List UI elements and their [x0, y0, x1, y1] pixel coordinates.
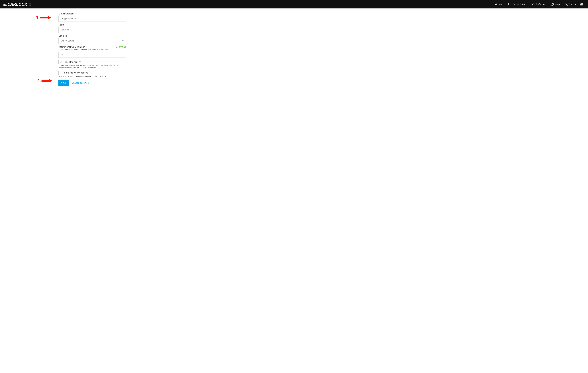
- people-icon: [531, 3, 535, 6]
- navbar: my. CARLOCK Map Subscription Referrals H…: [0, 0, 588, 9]
- svg-marker-11: [49, 79, 52, 83]
- country-label: Country:*: [58, 35, 126, 37]
- nav-label: CarLock: [569, 3, 578, 6]
- annotation-number: 2.: [37, 78, 41, 83]
- annotation-step-2: 2.: [37, 78, 52, 83]
- arrow-right-icon: [40, 16, 51, 20]
- required-marker: *: [68, 35, 68, 37]
- annotation-step-1: 1.: [36, 15, 51, 20]
- email-field[interactable]: info@carlock.co: [58, 16, 126, 22]
- nav-account[interactable]: CarLock: [562, 0, 586, 9]
- svg-rect-1: [508, 3, 512, 5]
- email-value: info@carlock.co: [61, 17, 76, 20]
- nav-subscription[interactable]: Subscription: [506, 0, 529, 9]
- country-value: United States: [61, 40, 74, 42]
- svg-point-3: [532, 3, 533, 4]
- change-password-link[interactable]: Change password: [72, 82, 89, 84]
- nav-referrals[interactable]: Referrals: [529, 0, 548, 9]
- gsm-label: International GSM number:: [58, 46, 85, 48]
- gsm-value: +1: [61, 53, 63, 56]
- logo-prefix: my.: [3, 3, 7, 6]
- required-marker: *: [66, 24, 67, 26]
- annotation-number: 1.: [36, 15, 40, 20]
- nav-label: Subscription: [513, 3, 526, 6]
- required-marker: *: [75, 13, 75, 15]
- track-history-help: * Determines whether your trip history i…: [58, 64, 126, 68]
- logo-brand: CARLOCK: [8, 2, 27, 7]
- caret-down-icon: ▼: [122, 40, 124, 42]
- gsm-help-text: * International GSM phone number for SMS…: [58, 49, 126, 51]
- checkmark-icon: [59, 72, 62, 74]
- track-history-checkbox[interactable]: [58, 60, 63, 64]
- svg-rect-8: [40, 17, 48, 19]
- email-label: E-mail address:*: [58, 12, 126, 15]
- map-pin-icon: [495, 2, 497, 6]
- name-value: CarLock: [61, 29, 69, 31]
- weekly-reports-help: System will send you summary report of y…: [58, 75, 126, 77]
- gsm-field[interactable]: +1: [58, 52, 126, 58]
- name-field[interactable]: CarLock: [58, 27, 126, 33]
- nav-map[interactable]: Map: [492, 0, 506, 9]
- svg-point-4: [533, 3, 534, 4]
- gsm-status: Confirmed: [116, 46, 126, 48]
- nav-help[interactable]: Help: [548, 0, 562, 9]
- help-icon: [551, 3, 554, 6]
- card-icon: [508, 3, 512, 6]
- save-button[interactable]: Save: [58, 80, 69, 86]
- svg-point-6: [552, 5, 552, 5]
- flag-us-icon: [580, 3, 583, 6]
- logo[interactable]: my. CARLOCK: [3, 2, 30, 7]
- weekly-reports-checkbox[interactable]: [58, 71, 63, 75]
- svg-point-0: [496, 3, 496, 4]
- nav-label: Help: [555, 3, 560, 6]
- nav-label: Map: [499, 3, 503, 6]
- user-icon: [565, 3, 568, 6]
- track-history-label: Track trip history: [64, 61, 81, 63]
- svg-marker-9: [48, 16, 51, 20]
- svg-rect-10: [42, 80, 49, 82]
- signal-icon: [28, 3, 30, 6]
- svg-point-7: [566, 3, 567, 4]
- arrow-right-icon: [42, 79, 52, 83]
- weekly-reports-label: Send me weekly reports: [64, 72, 88, 74]
- checkmark-icon: [59, 61, 62, 63]
- country-select[interactable]: United States ▼: [58, 38, 126, 44]
- name-label: Name:*: [58, 23, 126, 26]
- form-container: 1. 2. E-mail address:* info@carlock.co N…: [0, 9, 588, 90]
- nav-label: Referrals: [536, 3, 546, 6]
